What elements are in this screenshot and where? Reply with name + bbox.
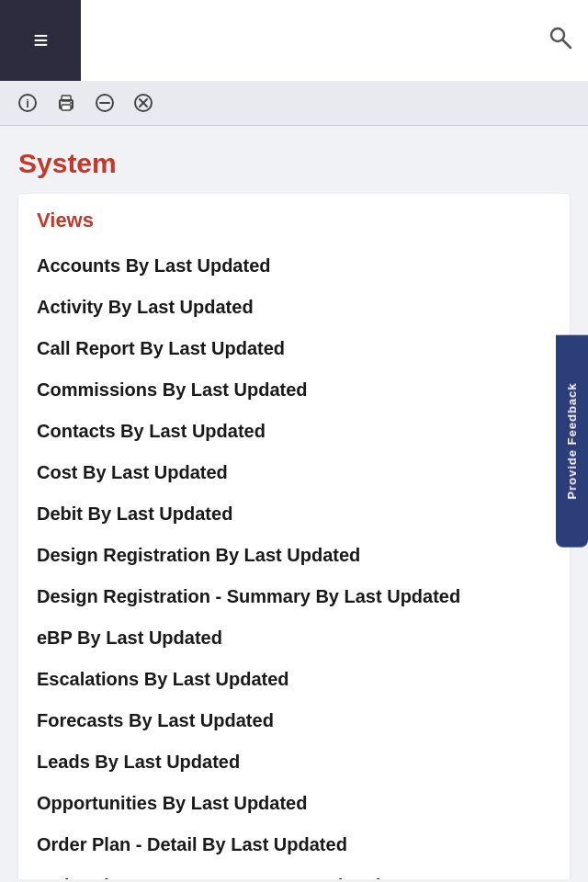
header: ≡ bbox=[0, 0, 588, 81]
section-title: System bbox=[18, 148, 570, 179]
search-icon[interactable] bbox=[548, 25, 573, 57]
list-item[interactable]: Opportunities By Last Updated bbox=[37, 783, 551, 824]
hamburger-icon: ≡ bbox=[33, 28, 47, 53]
list-item[interactable]: Order Plan - Summary By Last Updated bbox=[37, 865, 551, 879]
list-item[interactable]: Leads By Last Updated bbox=[37, 741, 551, 783]
list-item[interactable]: Accounts By Last Updated bbox=[37, 245, 551, 287]
list-item[interactable]: Cost By Last Updated bbox=[37, 452, 551, 493]
list-item[interactable]: Design Registration - Summary By Last Up… bbox=[37, 576, 551, 617]
views-card: Views Accounts By Last UpdatedActivity B… bbox=[18, 194, 570, 879]
feedback-label: Provide Feedback bbox=[565, 382, 579, 499]
views-heading: Views bbox=[37, 209, 551, 232]
menu-button[interactable]: ≡ bbox=[0, 0, 81, 81]
list-item[interactable]: Order Plan - Detail By Last Updated bbox=[37, 824, 551, 865]
list-item[interactable]: eBP By Last Updated bbox=[37, 617, 551, 659]
close-icon[interactable] bbox=[130, 90, 156, 116]
list-item[interactable]: Debit By Last Updated bbox=[37, 493, 551, 535]
list-item[interactable]: Contacts By Last Updated bbox=[37, 411, 551, 452]
list-item[interactable]: Design Registration By Last Updated bbox=[37, 535, 551, 576]
list-item[interactable]: Escalations By Last Updated bbox=[37, 659, 551, 700]
header-right bbox=[81, 0, 588, 81]
svg-line-1 bbox=[563, 40, 571, 48]
feedback-tab[interactable]: Provide Feedback bbox=[556, 334, 588, 547]
minus-circle-icon[interactable] bbox=[92, 90, 118, 116]
list-item[interactable]: Call Report By Last Updated bbox=[37, 328, 551, 369]
svg-rect-6 bbox=[62, 105, 71, 110]
main-content: System Views Accounts By Last UpdatedAct… bbox=[0, 126, 588, 879]
svg-point-7 bbox=[70, 102, 72, 104]
list-item[interactable]: Activity By Last Updated bbox=[37, 287, 551, 328]
list-container: Accounts By Last UpdatedActivity By Last… bbox=[37, 245, 551, 879]
list-item[interactable]: Commissions By Last Updated bbox=[37, 369, 551, 411]
print-icon[interactable] bbox=[53, 90, 79, 116]
svg-text:i: i bbox=[26, 96, 29, 110]
toolbar: i bbox=[0, 81, 588, 126]
info-icon[interactable]: i bbox=[15, 90, 40, 116]
list-item[interactable]: Forecasts By Last Updated bbox=[37, 700, 551, 741]
